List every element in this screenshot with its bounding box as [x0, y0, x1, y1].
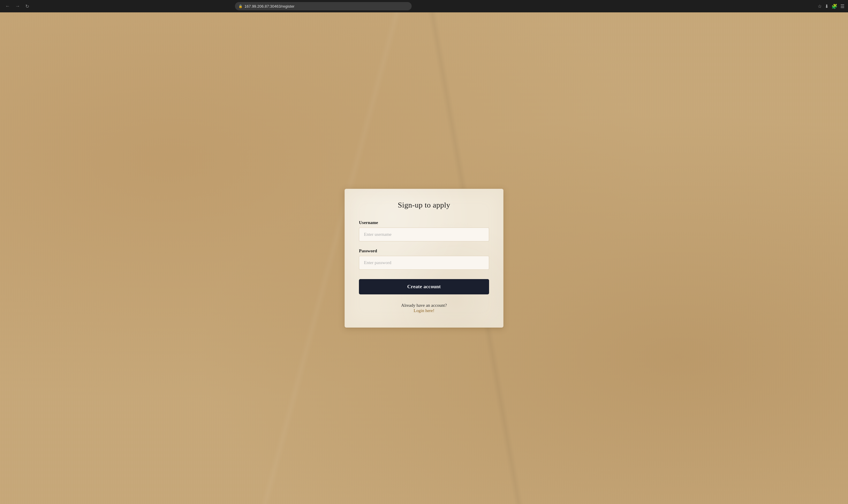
toolbar-right: ☆ ⬇ 🧩 ☰ [818, 3, 845, 9]
login-prompt: Already have an account? Login here! [359, 303, 489, 313]
browser-chrome: ← → ↻ 🔒 167.99.206.87:30463/register ☆ ⬇… [0, 0, 848, 12]
register-form: Username Password Create account [359, 220, 489, 303]
back-button[interactable]: ← [3, 2, 12, 10]
bookmark-icon[interactable]: ☆ [818, 3, 822, 9]
pocket-icon[interactable]: ⬇ [825, 3, 829, 9]
create-account-button[interactable]: Create account [359, 279, 489, 294]
login-link[interactable]: Login here! [414, 308, 434, 313]
register-card: Sign-up to apply Username Password Creat… [344, 189, 504, 328]
address-bar[interactable]: 🔒 167.99.206.87:30463/register [235, 2, 412, 10]
page-background: Sign-up to apply Username Password Creat… [0, 12, 848, 504]
refresh-button[interactable]: ↻ [23, 2, 31, 10]
username-label: Username [359, 220, 489, 225]
nav-buttons: ← → ↻ [3, 2, 31, 10]
forward-button[interactable]: → [14, 2, 22, 10]
page-title: Sign-up to apply [359, 201, 489, 210]
password-label: Password [359, 249, 489, 253]
username-group: Username [359, 220, 489, 241]
url-text: 167.99.206.87:30463/register [245, 4, 294, 8]
username-input[interactable] [359, 228, 489, 241]
already-account-text: Already have an account? [401, 303, 447, 308]
security-icon: 🔒 [238, 4, 242, 8]
password-group: Password [359, 249, 489, 270]
extensions-icon[interactable]: 🧩 [831, 3, 837, 9]
menu-icon[interactable]: ☰ [840, 3, 845, 9]
password-input[interactable] [359, 256, 489, 270]
